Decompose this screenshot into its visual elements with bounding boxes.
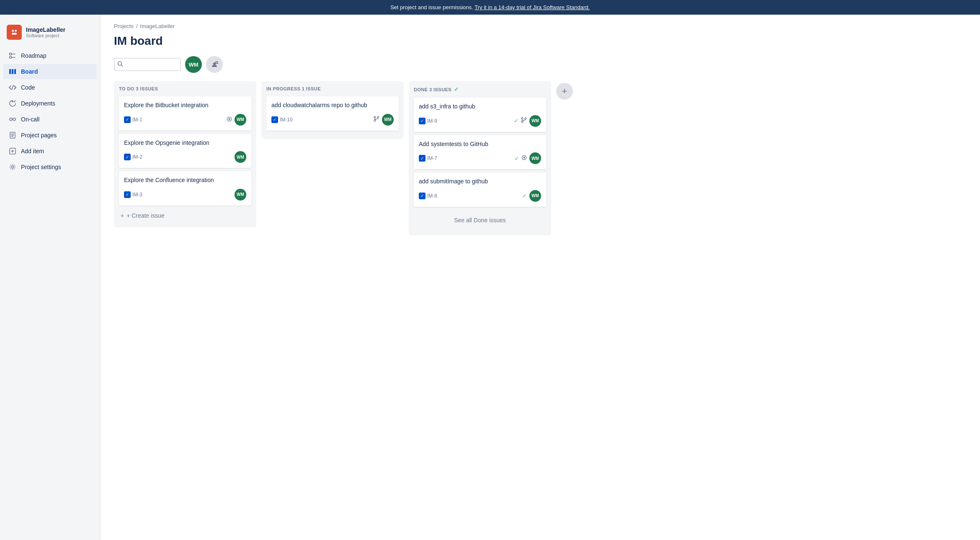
user-avatar[interactable]: WM [185,56,202,73]
sidebar-item-project-pages-label: Project pages [21,132,57,139]
card-im7-pin-icon [521,155,527,162]
card-im7-done-check-icon: ✓ [514,155,519,162]
sidebar-item-code-label: Code [21,84,35,91]
sidebar-item-deployments-label: Deployments [21,100,55,107]
svg-rect-11 [14,69,16,74]
sidebar-item-oncall[interactable]: On-call [3,112,97,127]
card-im9-done-check-icon: ✓ [514,118,518,124]
card-im3-avatar: WM [235,189,246,201]
svg-point-38 [524,157,525,159]
card-im10-avatar: WM [382,114,394,126]
svg-rect-3 [15,30,17,32]
search-input[interactable] [114,58,181,71]
card-im7-meta: ✓ IM-7 ✓ WM [419,152,541,164]
pin-icon [227,116,232,123]
search-icon [117,61,123,68]
card-im1[interactable]: Explore the Bitbucket integration ✓ IM-1 [119,96,251,131]
done-checkmark-icon: ✓ [454,86,459,93]
card-im10-id: IM-10 [280,117,293,123]
sidebar-project: ImageLabeller Software project [0,21,100,48]
column-done: DONE 3 ISSUES ✓ add s3_infra to github ✓… [409,81,551,235]
svg-point-5 [10,53,12,55]
sidebar-item-add-item-label: Add item [21,148,44,154]
card-im10[interactable]: add cloudwatchalarms repo to github ✓ IM… [266,96,399,131]
card-im2[interactable]: Explore the Opsgenie integration ✓ IM-2 … [119,134,251,168]
sidebar-item-oncall-label: On-call [21,116,39,123]
breadcrumb-projects[interactable]: Projects [114,23,134,29]
card-im1-checkbox: ✓ [124,116,131,123]
page-title: IM board [101,33,980,56]
card-im8-checkbox: ✓ [419,193,426,199]
board-icon [8,67,17,76]
card-im9-branch-icon [521,117,527,124]
card-im7-avatar: WM [529,152,541,164]
deployments-icon [8,99,17,108]
card-im8-id: IM-8 [427,193,437,199]
sidebar-item-add-item[interactable]: Add item [3,144,97,159]
project-icon [7,25,22,40]
card-im10-title: add cloudwatchalarms repo to github [271,101,394,110]
card-im2-checkbox: ✓ [124,154,131,160]
svg-rect-4 [12,33,17,35]
create-issue-button[interactable]: + + Create issue [119,209,251,222]
sidebar-nav: Roadmap Board [0,48,100,175]
card-im9-id: IM-9 [427,118,437,124]
svg-line-12 [12,85,13,90]
add-icon [8,147,17,155]
card-im9-title: add s3_infra to github [419,103,541,111]
create-issue-plus: + [121,212,124,219]
sidebar-item-roadmap[interactable]: Roadmap [3,48,97,63]
column-in-progress: IN PROGRESS 1 ISSUE add cloudwatchalarms… [261,81,404,139]
card-im1-title: Explore the Bitbucket integration [124,101,246,110]
settings-icon [8,163,17,171]
sidebar-item-code[interactable]: Code [3,80,97,95]
card-im2-avatar: WM [235,151,246,163]
sidebar-item-project-pages[interactable]: Project pages [3,128,97,143]
svg-rect-10 [12,69,13,74]
card-im8-title: add submitImage to github [419,177,541,186]
column-header-done: DONE 3 ISSUES ✓ [414,86,546,93]
sidebar: ImageLabeller Software project Roadmap [0,15,101,540]
sidebar-item-project-settings[interactable]: Project settings [3,159,97,175]
card-im2-title: Explore the Opsgenie integration [124,139,246,147]
board-toolbar: WM [101,56,980,81]
board-columns: TO DO 3 ISSUES Explore the Bitbucket int… [101,81,980,540]
banner-link[interactable]: Try it in a 14-day trial of Jira Softwar… [475,4,590,10]
roadmap-icon [8,51,17,60]
add-column-button[interactable]: + [556,83,573,100]
card-im9-checkbox: ✓ [419,118,426,124]
code-icon [8,83,17,92]
branch-icon [374,116,379,123]
pages-icon [8,131,17,139]
card-im7[interactable]: Add systemtests to GitHub ✓ IM-7 ✓ [414,135,546,170]
sidebar-item-roadmap-label: Roadmap [21,52,46,59]
breadcrumb: Projects / ImageLabeller [101,15,980,33]
sidebar-item-project-settings-label: Project settings [21,164,61,170]
column-header-in-progress: IN PROGRESS 1 ISSUE [266,86,399,91]
card-im1-id: IM-1 [132,117,142,123]
trial-banner: Set project and issue permissions. Try i… [0,0,980,15]
project-type: Software project [26,33,65,38]
card-im7-title: Add systemtests to GitHub [419,140,541,149]
oncall-icon [8,115,17,123]
svg-point-30 [229,118,230,120]
svg-rect-2 [12,30,14,32]
svg-point-6 [10,57,12,59]
card-im8[interactable]: add submitImage to github ✓ IM-8 ✓ WM [414,172,546,207]
card-im1-avatar: WM [235,114,246,126]
card-im2-meta: ✓ IM-2 WM [124,151,246,163]
project-info: ImageLabeller Software project [26,26,65,38]
card-im9[interactable]: add s3_infra to github ✓ IM-9 ✓ [414,98,546,132]
card-im8-done-check-icon: ✓ [522,193,527,199]
card-im3[interactable]: Explore the Confluence integration ✓ IM-… [119,171,251,206]
card-im3-id: IM-3 [132,192,142,198]
column-header-todo: TO DO 3 ISSUES [119,86,251,91]
card-im8-avatar: WM [529,190,541,202]
breadcrumb-project-name: ImageLabeller [140,23,175,29]
card-im7-checkbox: ✓ [419,155,426,162]
add-assignee-button[interactable] [206,56,223,73]
column-todo: TO DO 3 ISSUES Explore the Bitbucket int… [114,81,256,227]
sidebar-item-deployments[interactable]: Deployments [3,96,97,111]
sidebar-item-board[interactable]: Board [3,64,97,79]
see-all-done-link[interactable]: See all Done issues [414,210,546,230]
